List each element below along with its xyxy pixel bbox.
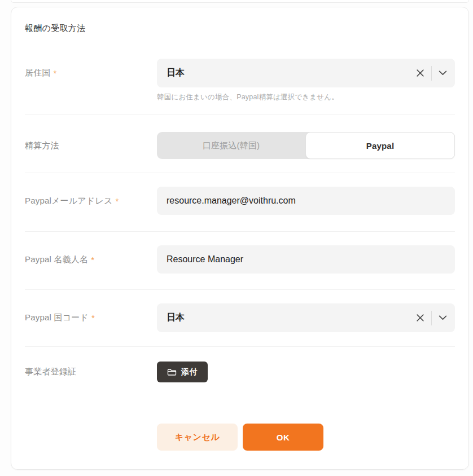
paypal-email-label: Paypalメールアドレス * <box>25 187 157 215</box>
toggle-option-bank-transfer[interactable]: 口座振込(韓国) <box>157 132 305 159</box>
attach-file-button[interactable]: 添付 <box>157 362 208 382</box>
actions-row: キャンセル OK <box>25 382 455 451</box>
card-title: 報酬の受取方法 <box>25 23 455 34</box>
settlement-method-toggle: 口座振込(韓国) Paypal <box>157 132 455 159</box>
paypal-holder-name-row: Paypal 名義人名 * <box>25 232 455 290</box>
residence-country-label: 居住国 * <box>25 59 157 87</box>
paypal-email-input[interactable] <box>157 187 455 215</box>
ok-button[interactable]: OK <box>243 424 323 451</box>
select-divider <box>431 66 432 81</box>
settlement-method-row: 精算方法 口座振込(韓国) Paypal <box>25 115 455 173</box>
required-asterisk: * <box>91 313 95 323</box>
folder-icon <box>167 368 177 376</box>
paypal-country-code-label: Paypal 国コード * <box>25 303 157 332</box>
chevron-down-icon[interactable] <box>437 69 448 77</box>
paypal-country-code-value: 日本 <box>167 312 415 324</box>
cancel-button[interactable]: キャンセル <box>157 424 238 451</box>
required-asterisk: * <box>91 255 94 265</box>
clear-icon[interactable] <box>415 68 426 78</box>
required-asterisk: * <box>54 68 57 78</box>
business-certificate-row: 事業者登録証 添付 <box>25 347 455 382</box>
paypal-country-code-row: Paypal 国コード * 日本 <box>25 290 455 347</box>
paypal-email-row: Paypalメールアドレス * <box>25 173 455 232</box>
required-asterisk: * <box>116 196 119 206</box>
paypal-holder-name-input[interactable] <box>157 245 455 274</box>
previous-card-bottom-edge <box>11 0 469 3</box>
residence-country-select[interactable]: 日本 <box>157 59 455 87</box>
payment-method-card: 報酬の受取方法 居住国 * 日本 韓国にお住まいの場合、Paypal精算は選択 <box>11 7 469 470</box>
clear-icon[interactable] <box>415 312 426 323</box>
settlement-method-label: 精算方法 <box>25 132 157 159</box>
toggle-option-paypal[interactable]: Paypal <box>305 132 455 159</box>
paypal-country-code-select[interactable]: 日本 <box>157 303 455 332</box>
residence-country-row: 居住国 * 日本 韓国にお住まいの場合、Paypal精算は選択できません。 <box>25 34 455 115</box>
residence-country-value: 日本 <box>167 67 415 79</box>
residence-helper-text: 韓国にお住まいの場合、Paypal精算は選択できません。 <box>157 92 455 102</box>
paypal-holder-name-label: Paypal 名義人名 * <box>25 245 157 274</box>
select-divider <box>431 311 432 325</box>
business-certificate-label: 事業者登録証 <box>25 362 157 382</box>
chevron-down-icon[interactable] <box>437 314 448 321</box>
